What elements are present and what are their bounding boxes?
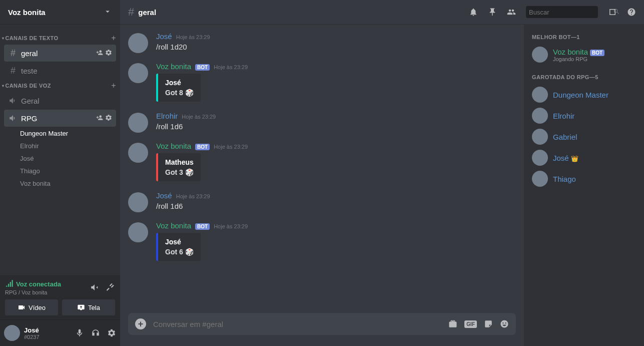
message-author[interactable]: Voz bonita: [156, 221, 191, 230]
settings-icon[interactable]: [107, 328, 116, 337]
search-input[interactable]: [529, 9, 613, 16]
member[interactable]: Dungeon Master: [532, 84, 640, 105]
video-button[interactable]: Vídeo: [5, 299, 58, 315]
voice-channel[interactable]: RPG: [4, 110, 116, 127]
add-channel-icon[interactable]: +: [111, 81, 116, 90]
top-bar: # geral: [120, 0, 644, 24]
category-name: CANAIS DE VOZ: [5, 83, 51, 89]
member-list-icon[interactable]: [507, 8, 516, 17]
voice-user[interactable]: Dungeon Master: [0, 127, 120, 140]
search-box[interactable]: [526, 6, 598, 18]
channel-title: geral: [138, 8, 469, 17]
emoji-icon[interactable]: [500, 319, 509, 328]
category-header[interactable]: ▾CANAIS DE VOZ+: [0, 80, 120, 92]
message-body: /roll 1d6: [156, 121, 516, 132]
dice-icon: 🎲: [185, 168, 194, 176]
member[interactable]: Voz bonita BOTJogando RPG: [532, 44, 640, 65]
avatar[interactable]: [128, 222, 148, 242]
crown-icon: 👑: [571, 155, 578, 162]
voice-user[interactable]: Elrohir: [0, 140, 120, 152]
embed-title: José: [165, 238, 194, 246]
invite-icon[interactable]: [96, 49, 103, 58]
message-timestamp: Hoje às 23:29: [176, 193, 210, 199]
inbox-icon[interactable]: [608, 8, 617, 17]
member[interactable]: José👑: [532, 147, 640, 168]
member[interactable]: Elrohir: [532, 105, 640, 126]
speaker-icon: [8, 96, 18, 105]
message-author[interactable]: José: [156, 32, 172, 41]
category-name: CANAIS DE TEXTO: [5, 35, 58, 41]
message-author[interactable]: Elrohir: [156, 112, 178, 120]
text-channel[interactable]: #geral: [4, 45, 116, 62]
message-timestamp: Hoje às 23:29: [214, 64, 248, 70]
text-channel[interactable]: #teste: [4, 62, 116, 79]
mute-icon[interactable]: [75, 328, 84, 337]
message: JoséHoje às 23:29/roll 1d20: [156, 32, 516, 52]
message-author[interactable]: José: [156, 191, 172, 200]
voice-user[interactable]: Thiago: [0, 165, 120, 177]
message: Voz bonitaBOTHoje às 23:29MatheusGot 3 🎲: [156, 142, 516, 181]
bot-tag: BOT: [590, 50, 604, 56]
gift-icon[interactable]: [448, 319, 457, 328]
avatar[interactable]: [128, 143, 148, 163]
invite-icon[interactable]: [96, 114, 103, 123]
dice-icon: 🎲: [185, 248, 194, 256]
message-author[interactable]: Voz bonita: [156, 142, 191, 150]
hash-icon: #: [8, 48, 18, 59]
channel-list: ▾CANAIS DE TEXTO+#geral#teste▾CANAIS DE …: [0, 24, 120, 275]
category-header[interactable]: ▾CANAIS DE TEXTO+: [0, 32, 120, 44]
embed: JoséGot 8 🎲: [156, 74, 516, 102]
embed-description: Got 3 🎲: [165, 168, 194, 176]
avatar[interactable]: [128, 113, 148, 133]
message-input-box[interactable]: + GIF: [128, 313, 516, 335]
voice-user[interactable]: Voz bonita: [0, 177, 120, 190]
avatar: [532, 108, 548, 124]
signal-icon: [5, 279, 14, 289]
avatar[interactable]: [128, 33, 148, 53]
member[interactable]: Gabriel: [532, 126, 640, 147]
message-list: JoséHoje às 23:29/roll 1d20Voz bonitaBOT…: [120, 24, 524, 313]
avatar: [532, 171, 548, 187]
member-status: Jogando RPG: [553, 56, 604, 62]
noise-suppression-icon[interactable]: [90, 283, 99, 292]
screen-share-button[interactable]: Tela: [62, 299, 115, 315]
embed: JoséGot 6 🎲: [156, 233, 516, 261]
message-timestamp: Hoje às 23:29: [214, 144, 248, 150]
member[interactable]: Thiago: [532, 168, 640, 189]
avatar: [532, 129, 548, 145]
message: Voz bonitaBOTHoje às 23:29JoséGot 6 🎲: [156, 221, 516, 261]
message-input[interactable]: [153, 320, 441, 328]
voice-channel[interactable]: Geral: [4, 92, 116, 109]
speaker-icon: [8, 114, 18, 123]
server-header[interactable]: Voz bonita: [0, 0, 120, 24]
voice-channel-path[interactable]: RPG / Voz bonita: [5, 289, 61, 295]
current-user-avatar[interactable]: [4, 325, 20, 341]
gear-icon[interactable]: [105, 49, 112, 58]
add-channel-icon[interactable]: +: [111, 34, 116, 43]
sticker-icon[interactable]: [484, 319, 493, 328]
help-icon[interactable]: [627, 8, 636, 17]
disconnect-icon[interactable]: [106, 283, 115, 292]
avatar: [532, 150, 548, 166]
bot-tag: BOT: [195, 223, 210, 230]
message-author[interactable]: Voz bonita: [156, 62, 191, 71]
notifications-icon[interactable]: [469, 8, 478, 17]
attach-icon[interactable]: +: [135, 318, 146, 329]
member-list: MELHOR BOT—1Voz bonita BOTJogando RPGGAR…: [524, 24, 644, 346]
bot-tag: BOT: [195, 144, 210, 150]
pinned-icon[interactable]: [488, 8, 497, 17]
avatar[interactable]: [128, 63, 148, 83]
gif-icon[interactable]: GIF: [464, 320, 477, 328]
avatar[interactable]: [128, 192, 148, 212]
dice-icon: 🎲: [185, 89, 194, 97]
gear-icon[interactable]: [105, 114, 112, 123]
chevron-down-icon: ▾: [2, 84, 4, 88]
voice-user[interactable]: José: [0, 152, 120, 165]
message-timestamp: Hoje às 23:29: [176, 34, 210, 40]
server-name: Voz bonita: [8, 8, 46, 17]
bot-tag: BOT: [195, 64, 210, 71]
chevron-down-icon: ▾: [2, 36, 4, 41]
message: Voz bonitaBOTHoje às 23:29JoséGot 8 🎲: [156, 62, 516, 102]
deafen-icon[interactable]: [91, 328, 100, 337]
embed-title: Matheus: [165, 158, 194, 166]
